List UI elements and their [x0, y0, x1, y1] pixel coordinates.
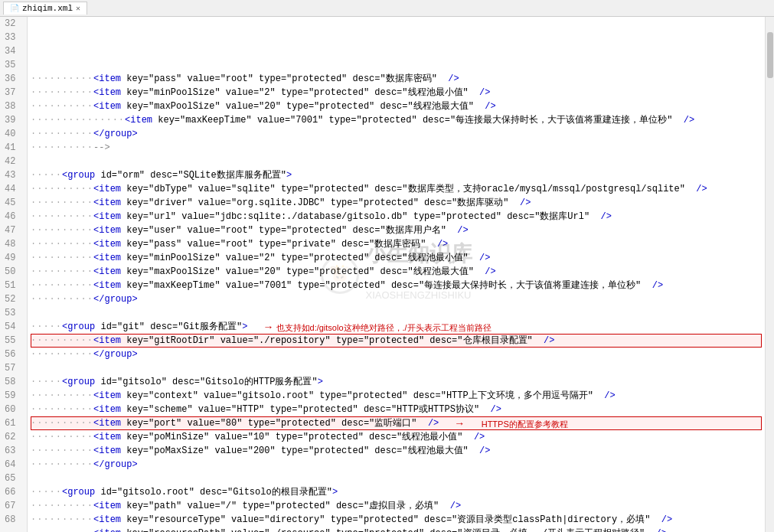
indent-dots: ····· — [31, 418, 62, 429]
editor-tab[interactable]: 📄 zhiqim.xml ✕ — [3, 2, 87, 15]
indent-dots: ····· — [62, 432, 93, 442]
code-line-38 — [31, 155, 762, 168]
indent-dots: ····· — [93, 115, 125, 126]
indent-dots: ····· — [31, 377, 62, 387]
indent-dots: ····· — [31, 129, 62, 139]
code-line-52: ··········</group> — [31, 348, 762, 361]
indent-dots: ····· — [62, 253, 93, 263]
code-line-41: ··········<item key="driver" value="org.… — [31, 196, 762, 210]
indent-dots: ····· — [62, 129, 93, 139]
code-line-55: ··········<item key="context" value="git… — [31, 389, 762, 403]
indent-dots: ····· — [31, 514, 62, 525]
indent-dots: ····· — [62, 73, 93, 84]
indent-dots: ····· — [31, 487, 62, 498]
code-line-47: ··········<item key="maxKeepTime" value=… — [31, 279, 762, 292]
code-line-51: ··········<item key="gitRootDir" value="… — [31, 334, 762, 348]
indent-dots: ····· — [31, 211, 62, 222]
indent-dots: ····· — [62, 184, 93, 194]
code-line-57: ··········<item key="port" value="80" ty… — [31, 416, 762, 430]
code-line-54: ·····<group id="gitsolo" desc="Gitsolo的H… — [31, 375, 762, 389]
indent-dots: ····· — [31, 184, 62, 194]
code-line-48: ··········</group> — [31, 292, 762, 306]
indent-dots: ····· — [31, 197, 62, 208]
indent-dots: ····· — [31, 73, 62, 84]
indent-dots: ····· — [31, 225, 62, 236]
indent-dots: ····· — [31, 170, 62, 181]
annotation-text-50: → 也支持如d:/gitsolo这种绝对路径，./开头表示工程当前路径 — [263, 320, 491, 335]
indent-dots: ····· — [62, 446, 93, 456]
code-line-61 — [31, 472, 762, 485]
indent-dots: ····· — [31, 142, 62, 153]
code-line-58: ··········<item key="poMinSize" value="1… — [31, 430, 762, 444]
code-line-44: ··········<item key="pass" value="root" … — [31, 237, 762, 251]
indent-dots: ····· — [31, 349, 62, 360]
indent-dots: ····· — [62, 501, 93, 511]
indent-dots: ····· — [31, 294, 62, 305]
indent-dots: ····· — [62, 459, 93, 470]
indent-dots: ····· — [62, 404, 93, 415]
indent-dots: ····· — [62, 418, 93, 429]
code-line-63: ··········<item key="path" value="/" typ… — [31, 499, 762, 513]
code-line-39: ·····<group id="orm" desc="SQLite数据库服务配置… — [31, 168, 762, 182]
code-editor[interactable]: 🐮 小生知识库 XIAOSHENGZHISHIKU ··········<ite… — [28, 17, 765, 532]
indent-dots: ····· — [62, 294, 93, 305]
code-line-49 — [31, 306, 762, 320]
code-line-62: ·····<group id="gitsolo.root" desc="Gits… — [31, 485, 762, 499]
code-line-45: ··········<item key="minPoolSize" value=… — [31, 251, 762, 265]
indent-dots: ····· — [62, 280, 93, 291]
code-line-37: ··········--> — [31, 141, 762, 155]
indent-dots: ····· — [62, 239, 93, 250]
xml-file-icon: 📄 — [10, 4, 19, 13]
scrollbar-thumb[interactable] — [767, 32, 773, 78]
indent-dots: ····· — [62, 142, 93, 153]
indent-dots: ····· — [62, 266, 93, 277]
code-line-64: ··········<item key="resourceType" value… — [31, 513, 762, 527]
indent-dots: ····· — [31, 390, 62, 401]
indent-dots: ····· — [62, 101, 93, 112]
code-line-56: ··········<item key="scheme" value="HTTP… — [31, 403, 762, 416]
line-numbers: 3233343536373839404142434445464748495051… — [0, 17, 28, 532]
indent-dots: ····· — [31, 101, 62, 112]
code-line-42: ··········<item key="url" value="jdbc:sq… — [31, 210, 762, 224]
code-line-33: ··········<item key="minPoolSize" value=… — [31, 86, 762, 100]
code-line-40: ··········<item key="dbType" value="sqli… — [31, 182, 762, 196]
indent-dots: ····· — [62, 115, 93, 126]
indent-dots: ····· — [62, 87, 93, 98]
vertical-scrollbar[interactable] — [765, 17, 774, 532]
indent-dots: ····· — [62, 335, 93, 346]
code-line-36: ··········</group> — [31, 127, 762, 141]
indent-dots: ····· — [31, 335, 62, 346]
indent-dots: ····· — [62, 390, 93, 401]
indent-dots: ····· — [31, 115, 62, 126]
tab-label: zhiqim.xml — [22, 4, 73, 13]
code-line-34: ··········<item key="maxPoolSize" value=… — [31, 100, 762, 113]
indent-dots: ····· — [31, 446, 62, 456]
code-line-50: ·····<group id="git" desc="Git服务配置">→ 也支… — [31, 320, 762, 334]
xml-comment: --> — [93, 142, 110, 153]
annotation-text-57: → HTTPS的配置参考教程 — [454, 416, 567, 431]
tab-close-icon[interactable]: ✕ — [76, 4, 80, 13]
code-line-60: ··········</group> — [31, 458, 762, 472]
code-line-43: ··········<item key="user" value="root" … — [31, 224, 762, 237]
code-line-35: ···············<item key="maxKeepTime" v… — [31, 113, 762, 127]
indent-dots: ····· — [62, 211, 93, 222]
code-line-46: ··········<item key="maxPoolSize" value=… — [31, 265, 762, 279]
indent-dots: ····· — [62, 514, 93, 525]
code-line-65: ··········<item key="resourcePath" value… — [31, 527, 762, 532]
indent-dots: ····· — [31, 280, 62, 291]
indent-dots: ····· — [62, 349, 93, 360]
title-bar: 📄 zhiqim.xml ✕ — [0, 0, 774, 17]
code-line-59: ··········<item key="poMaxSize" value="2… — [31, 444, 762, 458]
indent-dots: ····· — [31, 432, 62, 442]
code-line-32: ··········<item key="pass" value="root" … — [31, 72, 762, 86]
indent-dots: ····· — [62, 197, 93, 208]
indent-dots: ····· — [62, 225, 93, 236]
indent-dots: ····· — [62, 528, 93, 532]
indent-dots: ····· — [31, 253, 62, 263]
indent-dots: ····· — [31, 528, 62, 532]
indent-dots: ····· — [31, 501, 62, 511]
indent-dots: ····· — [31, 459, 62, 470]
indent-dots: ····· — [31, 321, 62, 332]
code-line-53 — [31, 361, 762, 375]
indent-dots: ····· — [31, 266, 62, 277]
